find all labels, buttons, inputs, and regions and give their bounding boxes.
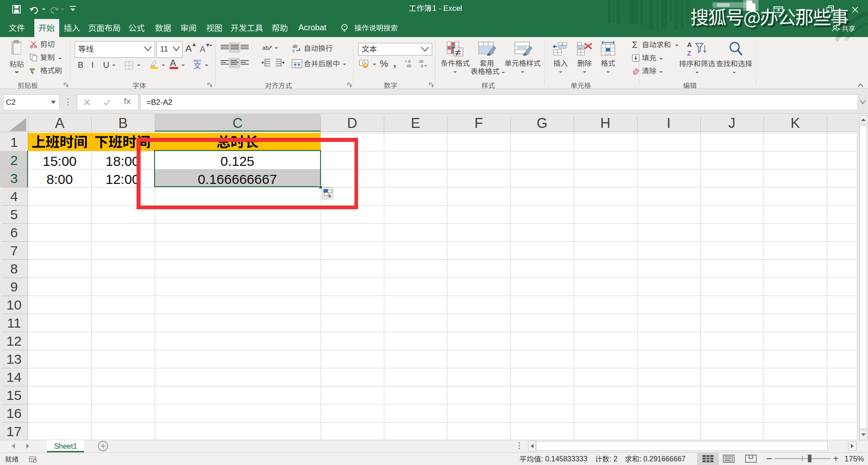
svg-text:.0: .0: [420, 64, 423, 68]
svg-text:.00: .00: [418, 59, 424, 64]
svg-text:A: A: [687, 41, 692, 48]
svg-text:.0: .0: [407, 59, 410, 64]
svg-text:ab: ab: [262, 44, 269, 51]
svg-text:.00: .00: [406, 64, 411, 68]
svg-text:c: c: [292, 48, 295, 53]
svg-text:Z: Z: [687, 50, 691, 57]
